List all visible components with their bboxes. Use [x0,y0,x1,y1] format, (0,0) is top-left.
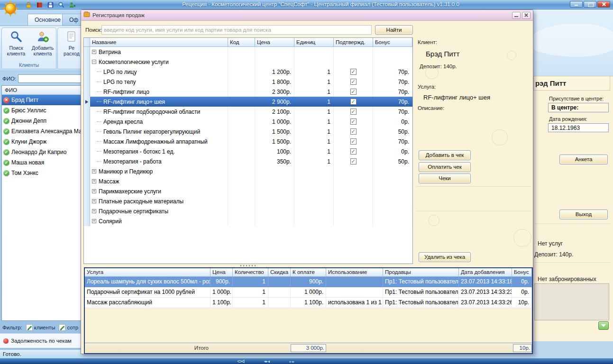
tree-service-row[interactable]: RF-лифтинг лицо+ шея2 900р.1✓70р. [84,97,412,107]
expand-icon[interactable]: + [92,169,96,173]
tree-service-row[interactable]: RF-лифтинг лицо2 300р.1✓70р. [84,87,412,97]
main-titlebar[interactable]: Рецепция - Косметологический центр "Спец… [0,0,613,9]
column-header-confirmed[interactable]: Подтвержд. [334,38,373,47]
receipt-cell-discount [268,287,291,297]
tree-group-row[interactable]: +Массаж [84,176,412,186]
client-row[interactable]: ✓Джонни Депп [2,116,81,126]
confirmed-checkbox[interactable]: ✓ [350,69,357,75]
tree-group-row[interactable]: +Витрина [84,47,412,57]
confirmed-checkbox[interactable]: ✓ [350,118,357,125]
client-ok-icon: ✓ [3,108,9,114]
collapse-icon[interactable]: − [92,60,96,64]
button-label: клиента [7,51,26,56]
confirmed-checkbox[interactable]: ✓ [350,128,357,135]
tree-group-row[interactable]: −Косметологические услуги [84,57,412,67]
service-search-input[interactable] [101,25,372,35]
tree-service-row[interactable]: Мезотерапия - работа350р.1✓50р. [84,156,412,166]
book-icon[interactable] [36,1,43,9]
code-cell [228,156,255,166]
tree-service-row[interactable]: LPG по лицу1 200р.1✓70р. [84,67,412,77]
dialog-close-button[interactable] [522,12,531,19]
column-header-bonus[interactable]: Бонус [512,268,532,277]
column-header-added[interactable]: Дата добавления [459,268,512,277]
expand-icon[interactable]: + [92,50,96,54]
client-row[interactable]: ✓Маша новая [2,157,81,168]
confirmed-checkbox[interactable]: ✓ [350,158,357,164]
pay-receipt-button[interactable]: Оплатить чек [419,162,471,172]
column-header-quantity[interactable]: Количество [233,268,268,277]
column-header-price[interactable]: Цена [210,268,233,277]
receipt-row[interactable]: Массаж расслабляющий1 100р.11 100р.испол… [85,298,532,308]
tree-group-row[interactable]: +Подарочные сертификаты [84,206,412,216]
expand-icon[interactable]: + [92,219,96,223]
receipts-button[interactable]: Чеки [419,173,471,183]
tree-group-row[interactable]: +Парикмахерские услуги [84,186,412,196]
expand-icon[interactable]: + [92,179,96,183]
confirmed-checkbox[interactable]: ✓ [350,79,357,85]
search-icon[interactable] [57,1,65,9]
add-to-receipt-button[interactable]: Добавить в чек [419,150,471,160]
dialog-titlebar[interactable]: Регистрация продаж [81,10,533,21]
tree-service-row[interactable]: Мезотерапия - ботокс 1 ед.100р.1✓0р. [84,146,412,156]
tree-service-row[interactable]: Геволь Пилинг кераторегулирующий1 500р.1… [84,127,412,136]
column-header-code[interactable]: Код [228,38,255,47]
maximize-button[interactable] [584,1,596,8]
search-client-button[interactable]: Поиск клиента [3,29,29,60]
user-add-icon[interactable] [68,1,76,9]
expand-icon[interactable]: + [92,209,96,213]
column-header-discount[interactable]: Скидка [268,268,291,277]
exit-button[interactable]: Выход [559,209,608,219]
scroll-down-button[interactable] [598,321,609,330]
column-header-name[interactable]: Название [90,38,228,47]
splitter-handle[interactable] [83,264,413,267]
filter-option-clients[interactable]: клиенты [26,324,55,331]
filter-option-staff[interactable]: сотр [59,324,78,331]
client-row[interactable]: ✓Брюс Уиллис [2,105,81,116]
anketa-button[interactable]: Анкета [559,155,608,164]
confirmed-checkbox[interactable]: ✓ [350,89,357,95]
confirmed-cell: ✓ [334,117,373,127]
save-icon[interactable] [46,1,54,9]
receipt-row[interactable]: Подарочный сертификат на 1000 рублей1 00… [85,287,532,298]
tree-service-row[interactable]: Массаж Лимфодренажный аппаратный1 500р.1… [84,136,412,146]
column-header-service[interactable]: Услуга [85,268,210,277]
tree-service-row[interactable]: RF-лифтинг подбородочной области2 100р.1… [84,107,412,117]
debt-filter-row[interactable]: Задолженость по чекам [0,333,81,348]
confirmed-checkbox[interactable]: ✓ [350,148,357,155]
remove-from-receipt-button[interactable]: Удалить из чека [419,252,471,262]
add-client-button[interactable]: Добавить клиента [30,29,55,60]
expand-icon[interactable]: + [92,189,96,193]
column-header-price[interactable]: Цена [255,38,294,47]
column-header-units[interactable]: Единиц [294,38,334,47]
client-row[interactable]: ✓Том Хэнкс [2,168,81,178]
client-row[interactable]: ✓Клуни Джорж [2,136,81,147]
fio-input[interactable] [18,74,81,83]
client-list-header[interactable]: ФИО [2,86,81,95]
confirmed-checkbox[interactable]: ✓ [350,109,357,115]
client-row[interactable]: ✓Леонардо Ди Каприо [2,147,81,157]
expand-icon[interactable]: + [92,199,96,203]
confirmed-checkbox[interactable]: ✓ [350,138,357,145]
client-row[interactable]: ✕Брэд Питт [2,95,81,105]
service-label: RF-лифтинг лицо+ шея [103,97,165,107]
lock-icon[interactable] [25,1,32,9]
confirmed-cell: ✓ [334,127,373,136]
tree-group-row[interactable]: +Солярий [84,216,412,226]
column-header-usage[interactable]: Использование [326,268,383,277]
confirmed-checkbox[interactable]: ✓ [350,99,357,105]
column-header-sellers[interactable]: Продавцы [383,268,459,277]
tree-group-row[interactable]: +Маникюр и Педикюр [84,166,412,176]
service-name-cell: Массаж Лимфодренажный аппаратный [90,136,228,146]
tree-service-row[interactable]: Аренда кресла1 000р.1✓0р. [84,117,412,127]
close-button[interactable] [597,1,610,8]
minimize-button[interactable] [570,1,583,8]
dialog-minimize-button[interactable] [512,12,521,19]
find-button[interactable]: Найти [375,25,413,35]
code-cell [228,97,255,107]
column-header-bonus[interactable]: Бонус [373,38,412,47]
client-row[interactable]: ✓Елизавета Александра Мар [2,126,81,136]
column-header-topay[interactable]: К оплате [291,268,326,277]
tree-group-row[interactable]: +Платные расходные материалы [84,196,412,206]
tree-service-row[interactable]: LPG по телу1 800р.1✓70р. [84,77,412,87]
receipt-row[interactable]: Лореаль шампунь для сухих волос 500мл - … [85,277,532,287]
